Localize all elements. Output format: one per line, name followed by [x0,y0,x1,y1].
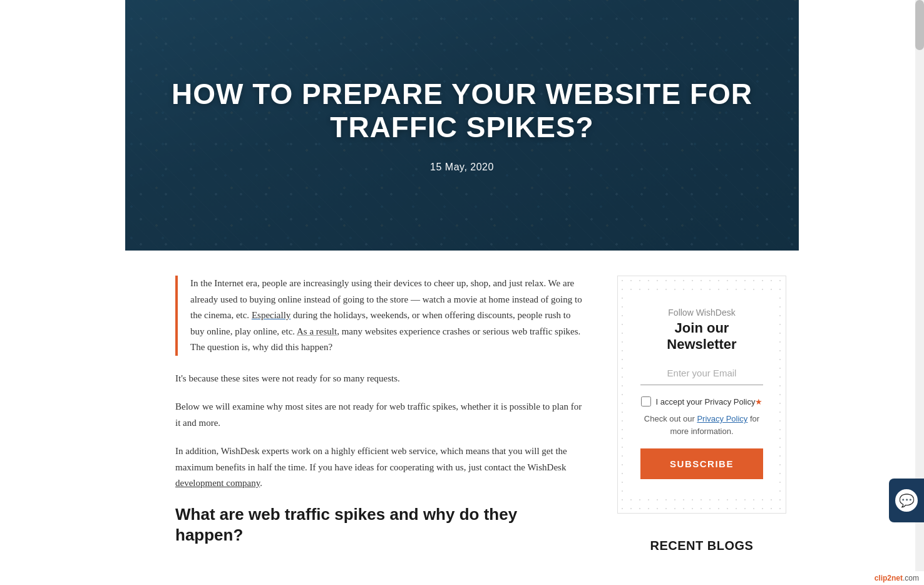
article-heading: What are web traffic spikes and why do t… [175,504,586,547]
recent-blogs-section: RECENT BLOGS [617,532,786,553]
hero-section: HOW TO PREPARE YOUR WEBSITE FOR TRAFFIC … [125,0,799,251]
article: In the Internet era, people are increasi… [175,276,586,546]
especially-link: Especially [252,310,290,320]
chat-icon: 💬 [895,489,918,512]
sidebar: Follow WishDesk Join our Newsletter I ac… [617,276,786,553]
scrollbar-thumb[interactable] [915,0,924,50]
recent-blogs-title: RECENT BLOGS [617,532,786,553]
newsletter-policy-text: Check out our Privacy Policy for more in… [640,413,763,437]
clip2net-domain: .com [903,574,919,578]
privacy-policy-label: I accept your Privacy Policy★ [656,397,763,406]
result-link: As a result [297,326,337,336]
page-body: In the Internet era, people are increasi… [125,251,799,578]
hero-date: 15 May, 2020 [163,162,761,173]
hero-content: HOW TO PREPARE YOUR WEBSITE FOR TRAFFIC … [125,78,799,173]
newsletter-email-input[interactable] [640,365,763,381]
hero-title: HOW TO PREPARE YOUR WEBSITE FOR TRAFFIC … [163,78,761,144]
clip2net-badge: clip2net.com [870,571,924,578]
privacy-policy-link[interactable]: Privacy Policy [697,414,747,423]
newsletter-follow-label: Follow WishDesk [640,308,763,318]
article-intro: In the Internet era, people are increasi… [175,276,586,356]
article-para-3: In addition, WishDesk experts work on a … [175,443,586,492]
article-para-1: It's because these sites were not ready … [175,371,586,387]
newsletter-title: Join our Newsletter [640,320,763,353]
chat-widget[interactable]: 💬 [889,479,924,522]
development-company-link[interactable]: development company [175,478,260,488]
newsletter-inner: Follow WishDesk Join our Newsletter I ac… [630,295,773,494]
newsletter-email-wrap [640,365,763,385]
required-star: ★ [755,397,762,406]
clip2net-text: clip2net [875,574,903,578]
newsletter-box: Follow WishDesk Join our Newsletter I ac… [617,276,786,514]
privacy-policy-checkbox[interactable] [641,396,651,406]
subscribe-button[interactable]: SUBSCRIBE [640,448,763,479]
newsletter-checkbox-row: I accept your Privacy Policy★ [640,396,763,406]
article-para-2: Below we will examine why most sites are… [175,399,586,431]
